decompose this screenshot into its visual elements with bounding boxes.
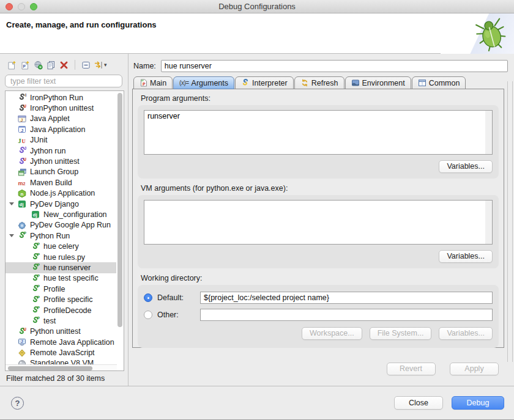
vm-arguments-variables-button[interactable]: Variables... — [439, 250, 493, 263]
tree-item-label: JUnit — [30, 136, 47, 144]
tree-item-java-application[interactable]: JJava Application — [6, 124, 116, 134]
scrollbar-thumb[interactable] — [117, 93, 122, 327]
expand-arrow-icon[interactable] — [9, 202, 14, 205]
delete-launch-configuration-button[interactable] — [59, 59, 69, 71]
expand-arrow-icon[interactable] — [9, 234, 14, 237]
svg-text:I: I — [25, 94, 26, 97]
tab-main[interactable]: PMain — [133, 76, 173, 89]
export-launch-configurations-button[interactable] — [33, 59, 43, 71]
tree-item-profile[interactable]: PProfile — [6, 284, 116, 294]
tree-item-label: PyDev Django — [30, 200, 79, 208]
program-arguments-group: runserver Variables... — [138, 105, 499, 179]
tree-item-pydev-django[interactable]: djPyDev Django — [6, 199, 116, 209]
tree-item-junit[interactable]: JUJUnit — [6, 135, 116, 146]
svg-text:P: P — [37, 274, 40, 278]
tree-item-node-js-application[interactable]: nNode.js Application — [6, 188, 116, 199]
tree-item-label: Remote Java Application — [30, 338, 114, 347]
tree-item-label: Node.js Application — [30, 189, 95, 197]
title-bar: Debug Configurations — [0, 0, 514, 13]
svg-text:P: P — [24, 232, 26, 235]
tab-common[interactable]: Common — [412, 76, 466, 89]
tree-item-remote-java-application[interactable]: JRemote Java Application — [6, 337, 116, 347]
java-application-icon: J — [18, 125, 28, 133]
program-arguments-textarea[interactable]: runserver — [144, 110, 493, 155]
duplicate-launch-configuration-button[interactable] — [46, 59, 56, 71]
collapse-all-button[interactable] — [81, 59, 91, 71]
tree-item-label: IronPython unittest — [30, 104, 94, 112]
tree-item-launch-group[interactable]: Launch Group — [6, 167, 116, 177]
tree-item-remote-javascript[interactable]: Remote JavaScript — [6, 347, 116, 358]
close-button[interactable]: Close — [394, 396, 443, 410]
tree-item-profile-specific[interactable]: PProfile specific — [6, 294, 116, 304]
remote-java-icon: J — [18, 338, 28, 346]
tree-item-maven-build[interactable]: m2Maven Build — [6, 177, 116, 188]
tree-item-python-unittest[interactable]: UPython unittest — [6, 326, 116, 337]
python-unittest-icon: U — [18, 328, 28, 336]
other-directory-input[interactable] — [200, 309, 493, 321]
filter-icon — [94, 61, 103, 70]
tree-item-jython-run[interactable]: JJython run — [6, 146, 116, 156]
tree-item-new-configuration[interactable]: djNew_configuration — [6, 209, 116, 219]
tree-item-pydev-google-app-run[interactable]: PyDev Google App Run — [6, 220, 116, 230]
filter-launch-configurations-button[interactable]: ▾ — [94, 59, 108, 71]
button-bar: ? Close Debug — [0, 386, 514, 419]
svg-text:P: P — [37, 263, 40, 267]
nodejs-application-icon: n — [18, 190, 28, 197]
default-directory-input[interactable] — [200, 292, 493, 304]
toolbar: P▾ — [5, 57, 127, 73]
tree-item-ironpython-unittest[interactable]: UIronPython unittest — [6, 103, 116, 113]
interpreter-tab-icon — [241, 79, 250, 87]
debug-button[interactable]: Debug — [452, 396, 504, 410]
new-launch-prototype-button[interactable]: P — [20, 59, 31, 71]
python-run-icon: P — [31, 285, 42, 293]
environment-tab-icon — [351, 79, 360, 87]
tab-arguments[interactable]: (x)=Arguments — [173, 76, 234, 89]
tree-horizontal-scrollbar[interactable] — [6, 364, 117, 370]
tree: IIronPython RunUIronPython unittestJJava… — [5, 90, 124, 371]
tree-item-label: Launch Group — [30, 168, 78, 176]
svg-text:J: J — [24, 147, 26, 150]
scrollbar-thumb[interactable] — [8, 366, 92, 370]
tree-item-ironpython-run[interactable]: IIronPython Run — [6, 92, 116, 103]
workspace-button[interactable]: Workspace... — [302, 327, 362, 340]
pydev-django-icon: dj — [31, 210, 42, 218]
tree-item-label: ProfileDecode — [43, 306, 92, 315]
tree-item-jython-unittest[interactable]: UJython unittest — [6, 156, 116, 166]
name-input[interactable] — [161, 60, 508, 72]
pydev-gae-icon — [18, 221, 28, 229]
tab-environment[interactable]: Environment — [345, 76, 411, 89]
maven-build-icon: m2 — [18, 179, 28, 186]
tree-item-hue-runserver[interactable]: Phue runserver — [6, 262, 116, 273]
tree-item-label: Remote JavaScript — [30, 348, 95, 357]
tree-item-test[interactable]: Ptest — [6, 315, 116, 326]
vm-arguments-textarea[interactable] — [144, 200, 493, 245]
panel-scrollbar-track[interactable] — [507, 81, 513, 362]
other-radio[interactable] — [144, 311, 152, 319]
default-radio[interactable] — [144, 293, 152, 302]
file-system-button[interactable]: File System... — [370, 327, 432, 340]
new-launch-configuration-button[interactable] — [6, 59, 17, 71]
svg-text:J: J — [21, 128, 23, 133]
svg-text:P: P — [37, 317, 40, 320]
tree-item-profiledecode[interactable]: PProfileDecode — [6, 305, 116, 315]
python-run-icon: P — [18, 232, 28, 240]
dialog-header-title: Create, manage, and run configurations — [6, 20, 157, 29]
tree-item-hue-celery[interactable]: Phue celery — [6, 241, 116, 251]
main-area: P▾ IIronPython RunUIronPython unittestJJ… — [0, 54, 514, 386]
tree-vertical-scrollbar[interactable] — [117, 92, 123, 364]
tab-refresh[interactable]: Refresh — [294, 76, 345, 89]
variables-button[interactable]: Variables... — [439, 327, 493, 340]
tree-item-label: test — [43, 317, 56, 325]
help-button[interactable]: ? — [11, 397, 24, 410]
main-tab-icon: P — [140, 79, 147, 87]
tree-item-hue-rules-py[interactable]: Phue rules.py — [6, 252, 116, 262]
program-arguments-variables-button[interactable]: Variables... — [439, 160, 493, 173]
filter-input[interactable] — [5, 75, 122, 87]
tab-interpreter[interactable]: Interpreter — [235, 76, 294, 89]
tree-item-label: New_configuration — [43, 210, 107, 219]
tree-item-python-run[interactable]: PPython Run — [6, 230, 116, 241]
tree-item-hue-test-specific[interactable]: Phue test specific — [6, 273, 116, 284]
apply-button[interactable]: Apply — [450, 363, 499, 375]
tree-item-java-applet[interactable]: JJava Applet — [6, 114, 116, 124]
revert-button[interactable]: Revert — [387, 363, 436, 375]
